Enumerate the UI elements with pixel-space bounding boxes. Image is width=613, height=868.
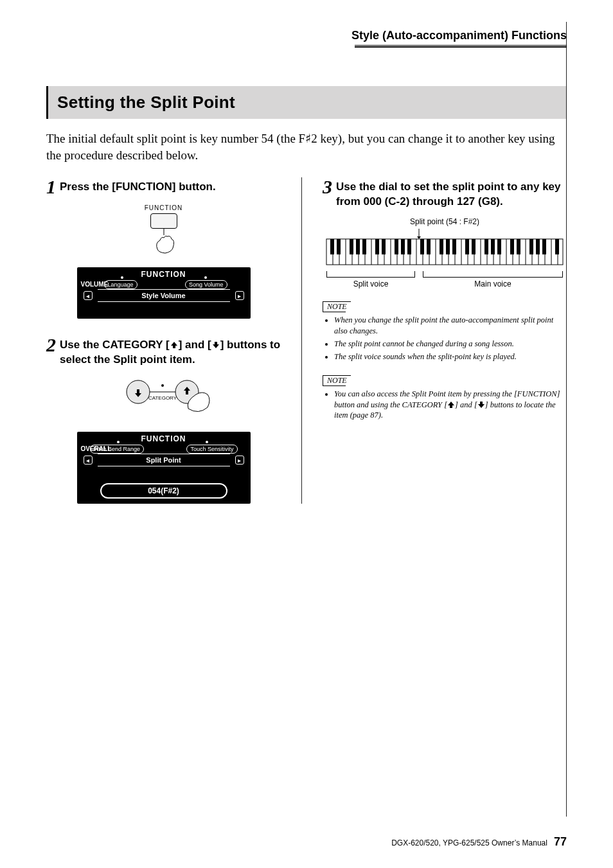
lcd2-right-pill: Touch Sensitivity (186, 445, 237, 454)
lcd2-left-pill: Pitch Bend Range (90, 445, 145, 454)
step-number: 2 (46, 335, 56, 355)
lcd2-title: FUNCTION (81, 434, 247, 443)
step-text: Press the [FUNCTION] button. (60, 177, 216, 195)
lcd2-value: 054(F#2) (100, 483, 227, 499)
split-point-caption: Split point (54 : F#2) (323, 217, 567, 226)
lcd1-dot-r (204, 276, 207, 279)
intro-text: The initial default split point is key n… (46, 130, 567, 163)
lcd1-dot-l (121, 276, 123, 279)
svg-rect-16 (427, 239, 431, 254)
lcd2-dot-l (117, 441, 120, 443)
note-item: You can also access the Split Point item… (334, 389, 567, 421)
keyboard-figure: Split point (54 : F#2) (323, 217, 567, 288)
function-button-figure: FUNCTION (46, 204, 281, 256)
category-up-icon (447, 401, 455, 409)
note-item: When you change the split point the auto… (334, 315, 567, 337)
svg-rect-4 (326, 239, 563, 265)
category-down-icon (211, 341, 220, 350)
manual-page: Style (Auto-accompaniment) Functions Set… (0, 0, 613, 868)
manual-title: DGX-620/520, YPG-625/525 Owner’s Manual (391, 838, 547, 847)
step-text: Use the CATEGORY [] and [] buttons to se… (60, 335, 281, 368)
note-head: NOTE (323, 375, 353, 386)
lcd1-left-pill: Language (104, 280, 138, 289)
svg-rect-26 (517, 239, 520, 254)
step-number: 1 (46, 177, 56, 197)
lcd1-title: FUNCTION (81, 270, 247, 279)
svg-rect-24 (497, 239, 501, 254)
note-item: The split voice sounds when the split-po… (334, 351, 567, 362)
svg-rect-13 (401, 239, 405, 254)
category-buttons-figure: CATEGORY (46, 375, 281, 423)
svg-rect-22 (484, 239, 488, 254)
header-rule (355, 45, 567, 48)
svg-rect-19 (452, 239, 456, 254)
page-number: 77 (554, 835, 567, 849)
lcd1-right-pill: Song Volume (185, 280, 227, 289)
svg-rect-29 (542, 239, 546, 254)
column-divider (301, 177, 302, 504)
step-3: 3 Use the dial to set the split point to… (323, 177, 567, 209)
category-dial-icon: CATEGORY (100, 375, 228, 420)
svg-rect-30 (555, 239, 559, 254)
category-label: CATEGORY (148, 395, 177, 401)
function-button-icon (150, 213, 177, 229)
lcd1-center: Style Volume (98, 289, 230, 302)
category-up-icon (170, 341, 179, 350)
right-rule (566, 22, 567, 817)
lcd1-left-arrow-icon: ◂ (84, 291, 93, 300)
svg-rect-15 (420, 239, 424, 254)
svg-rect-5 (330, 239, 334, 254)
step-number: 3 (323, 177, 332, 197)
svg-rect-10 (375, 239, 379, 254)
lcd2-right-arrow-icon: ▸ (235, 456, 244, 465)
svg-rect-8 (356, 239, 360, 254)
svg-rect-27 (529, 239, 533, 254)
function-button-label: FUNCTION (46, 204, 281, 211)
note-block-1: NOTE When you change the split point the… (323, 300, 567, 362)
svg-rect-14 (407, 239, 411, 254)
intro-pre: The initial default split point is key n… (46, 132, 305, 145)
note-head: NOTE (323, 301, 353, 312)
svg-rect-12 (395, 239, 398, 254)
section-title: Setting the Split Point (46, 86, 567, 119)
hand-press-icon (145, 227, 183, 256)
step-1: 1 Press the [FUNCTION] button. (46, 177, 281, 197)
lcd-figure-2: FUNCTION OVERALL Pitch Bend Range Touch … (46, 432, 281, 504)
svg-rect-6 (337, 239, 341, 254)
left-column: 1 Press the [FUNCTION] button. FUNCTION … (46, 177, 281, 504)
keyboard-icon (323, 229, 567, 269)
note-block-2: NOTE You can also access the Split Point… (323, 374, 567, 421)
lcd2-center: Split Point (98, 454, 230, 466)
lcd1-right-arrow-icon: ▸ (235, 291, 244, 300)
svg-rect-7 (350, 239, 353, 254)
step-2: 2 Use the CATEGORY [] and [] buttons to … (46, 335, 281, 368)
svg-rect-28 (536, 239, 540, 254)
category-down-icon (477, 401, 485, 409)
svg-rect-18 (446, 239, 450, 254)
svg-rect-17 (440, 239, 443, 254)
svg-rect-20 (465, 239, 469, 254)
sharp-symbol: ♯ (305, 132, 311, 145)
lcd2-left-arrow-icon: ◂ (84, 456, 93, 465)
right-column: 3 Use the dial to set the split point to… (323, 177, 567, 504)
svg-rect-11 (382, 239, 386, 254)
split-voice-label: Split voice (353, 279, 389, 288)
chapter-header: Style (Auto-accompaniment) Functions (351, 29, 567, 42)
svg-point-2 (161, 384, 164, 387)
svg-rect-25 (510, 239, 514, 254)
page-footer: DGX-620/520, YPG-625/525 Owner’s Manual … (391, 835, 567, 849)
svg-rect-23 (491, 239, 495, 254)
lcd2-dot-r (206, 441, 208, 443)
step-text: Use the dial to set the split point to a… (336, 177, 567, 209)
lcd-figure-1: FUNCTION VOLUME Language Song Volume ◂ S… (46, 267, 281, 319)
note-item: The split point cannot be changed during… (334, 339, 567, 350)
main-voice-label: Main voice (474, 279, 511, 288)
svg-rect-21 (472, 239, 475, 254)
svg-rect-9 (362, 239, 366, 254)
